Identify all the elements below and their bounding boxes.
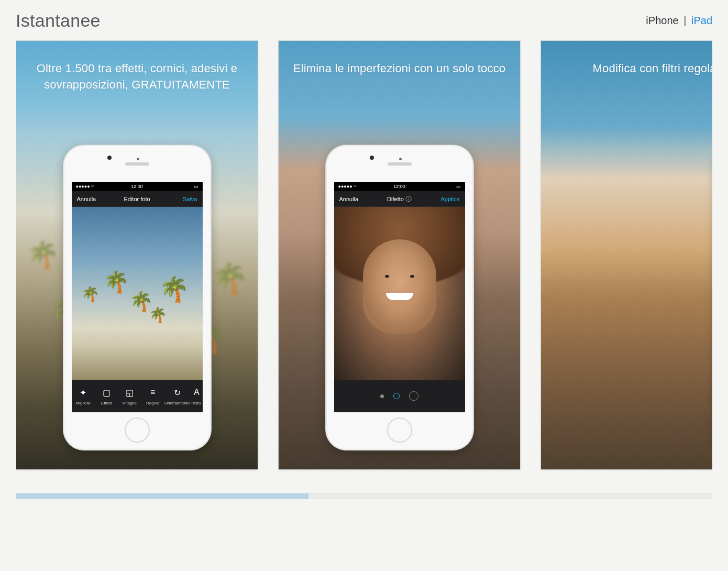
tab-iphone[interactable]: iPhone [646, 15, 678, 26]
tab-ipad[interactable]: iPad [691, 15, 712, 26]
info-icon[interactable]: i [406, 196, 412, 202]
sensor-dot-icon [399, 158, 402, 160]
speaker-icon [388, 162, 412, 166]
screenshot-card-3[interactable]: Modifica con filtri regolabili ●●●●● ⌔ 1… [541, 40, 712, 470]
adjust-icon: ≡ [147, 387, 159, 398]
nav-save[interactable]: Salva [183, 196, 197, 202]
home-button-icon [387, 418, 412, 443]
tool-orientation[interactable]: ↻Orientamento [164, 380, 190, 412]
screenshots-gallery[interactable]: 🌴 🌴 🌴 🌴 Oltre 1.500 tra effetti, cornici… [16, 39, 712, 480]
screenshot-card-2[interactable]: Elimina le imperfezioni con un solo tocc… [278, 40, 521, 470]
enhance-icon: ✦ [78, 387, 89, 398]
nav-cancel[interactable]: Annulla [77, 196, 96, 202]
signal-icon: ●●●●● ⌔ [76, 184, 94, 189]
tool-adjust[interactable]: ≡Regola [141, 380, 164, 412]
app-navbar: Annulla Editor foto Salva [72, 191, 203, 207]
sensor-dot-icon [137, 158, 139, 160]
card-background [541, 41, 712, 469]
nav-apply[interactable]: Applica [440, 196, 459, 202]
phone-mock: ●●●●● ⌔ 12:00 ▭ Annulla Difettoi Applica [325, 145, 474, 451]
screenshot-caption: Oltre 1.500 tra effetti, cornici, adesiv… [16, 41, 258, 93]
status-bar: ●●●●● ⌔ 12:00 ▭ [72, 182, 203, 191]
tool-crop[interactable]: ◱Ritaglio [118, 380, 141, 412]
app-navbar: Annulla Difettoi Applica [334, 191, 465, 207]
phone-mock: ●●●●● ⌔ 12:00 ▭ Annulla Editor foto Salv… [63, 145, 212, 451]
camera-dot-icon [370, 156, 374, 160]
portrait-face [363, 239, 436, 334]
editor-toolbar: ✦Migliora ▢Effetti ◱Ritaglio ≡Regola ↻Or… [72, 380, 203, 412]
tool-text[interactable]: ATesto [190, 380, 202, 412]
status-time: 12:00 [131, 184, 143, 189]
screenshot-caption: Modifica con filtri regolabili [541, 41, 712, 77]
orientation-icon: ↻ [171, 387, 183, 398]
phone-screen: ●●●●● ⌔ 12:00 ▭ Annulla Difettoi Applica [334, 182, 465, 412]
nav-title: Difettoi [387, 196, 412, 202]
phone-screen: ●●●●● ⌔ 12:00 ▭ Annulla Editor foto Salv… [72, 182, 203, 412]
scrollbar-thumb[interactable] [16, 493, 308, 499]
battery-icon: ▭ [456, 184, 461, 189]
device-tabs: iPhone | iPad [646, 15, 712, 27]
tool-effects[interactable]: ▢Effetti [95, 380, 118, 412]
status-time: 12:00 [393, 184, 405, 189]
effects-icon: ▢ [101, 387, 112, 398]
brush-medium[interactable] [393, 393, 400, 399]
brush-size-bar [334, 380, 465, 412]
home-button-icon [125, 418, 150, 443]
camera-dot-icon [107, 156, 112, 160]
battery-icon: ▭ [194, 184, 198, 189]
screenshot-card-1[interactable]: 🌴 🌴 🌴 🌴 Oltre 1.500 tra effetti, cornici… [16, 40, 258, 470]
horizontal-scrollbar[interactable] [16, 493, 712, 499]
brush-small[interactable] [380, 394, 384, 398]
tool-enhance[interactable]: ✦Migliora [72, 380, 95, 412]
nav-cancel[interactable]: Annulla [339, 196, 359, 202]
crop-icon: ◱ [124, 387, 135, 398]
signal-icon: ●●●●● ⌔ [338, 184, 357, 189]
photo-canvas[interactable] [334, 207, 465, 380]
section-header: Istantanee iPhone | iPad [16, 0, 712, 39]
nav-title: Editor foto [124, 196, 150, 202]
status-bar: ●●●●● ⌔ 12:00 ▭ [334, 182, 465, 191]
photo-canvas[interactable]: 🌴 🌴 🌴 🌴 🌴 [72, 207, 203, 380]
section-title: Istantanee [16, 10, 101, 31]
screenshot-caption: Elimina le imperfezioni con un solo tocc… [279, 41, 520, 77]
speaker-icon [125, 162, 149, 166]
text-icon: A [191, 387, 202, 398]
brush-large[interactable] [409, 391, 418, 401]
tab-separator: | [681, 15, 688, 26]
